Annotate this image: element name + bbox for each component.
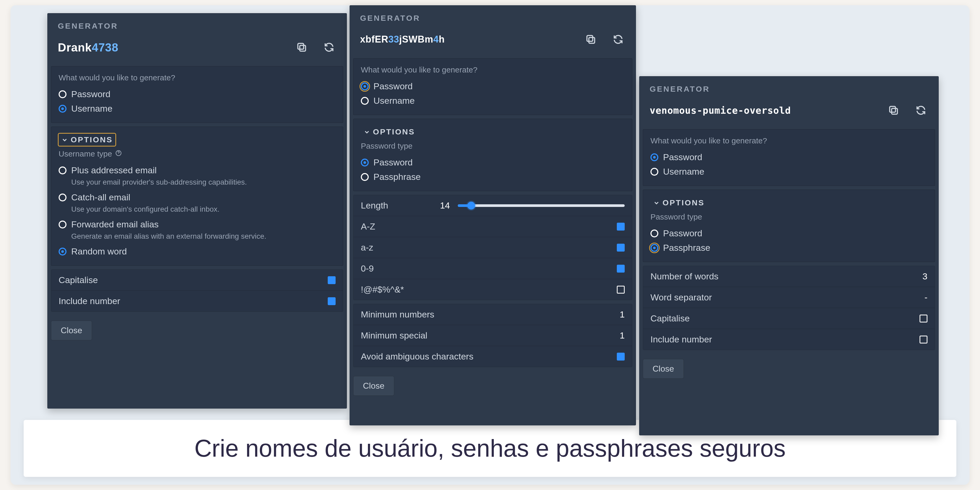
copy-icon[interactable] (886, 103, 901, 117)
row-min-numbers[interactable]: Minimum numbers 1 (353, 304, 632, 325)
radio-indicator (651, 230, 658, 237)
radio-indicator (59, 90, 67, 98)
length-value: 14 (440, 200, 450, 211)
svg-rect-5 (892, 108, 897, 114)
radio-plus-email[interactable]: Plus addressed email (59, 163, 336, 178)
regenerate-icon[interactable] (322, 40, 336, 55)
svg-rect-0 (300, 46, 305, 51)
help-icon[interactable] (115, 149, 122, 159)
radio-label: Passphrase (374, 172, 421, 182)
radio-label: Passphrase (663, 243, 710, 253)
radio-indicator (651, 244, 658, 252)
regenerate-icon[interactable] (611, 32, 625, 47)
checkbox[interactable] (617, 265, 625, 273)
checkbox[interactable] (920, 315, 928, 322)
generator-header: venomous-pumice-oversold (639, 96, 939, 129)
radio-password[interactable]: Password (361, 79, 625, 94)
radio-passwordtype-password[interactable]: Password (651, 226, 928, 241)
username-settings-rows: Capitalise Include number (51, 270, 343, 312)
radio-label: Username (663, 167, 704, 177)
options-block: OPTIONS Username type Plus addressed ema… (51, 127, 343, 266)
radio-passwordtype-password[interactable]: Password (361, 155, 625, 170)
close-button[interactable]: Close (51, 320, 92, 340)
row-lower[interactable]: a-z (353, 237, 632, 258)
checkbox[interactable] (328, 276, 336, 284)
slider-thumb[interactable] (467, 202, 475, 209)
radio-label: Password (663, 152, 702, 162)
row-num-words[interactable]: Number of words 3 (643, 266, 935, 287)
radio-password[interactable]: Password (651, 150, 928, 164)
radio-username[interactable]: Username (651, 164, 928, 179)
radio-indicator (361, 159, 369, 167)
generator-panel-username: GENERATOR Drank4738 What would you like … (47, 13, 347, 409)
radio-label: Password (71, 89, 110, 99)
copy-icon[interactable] (294, 40, 309, 55)
radio-passwordtype-passphrase[interactable]: Passphrase (361, 170, 625, 184)
chevron-down-icon (363, 128, 370, 135)
options-toggle[interactable]: OPTIONS (651, 197, 707, 209)
options-toggle[interactable]: OPTIONS (361, 126, 418, 138)
checkbox[interactable] (617, 244, 625, 252)
copy-icon[interactable] (584, 32, 598, 47)
length-slider[interactable] (458, 204, 625, 207)
row-capitalise[interactable]: Capitalise (51, 270, 343, 290)
option-desc: Generate an email alias with an external… (71, 232, 336, 241)
row-symbols[interactable]: !@#$%^&* (353, 279, 632, 300)
generate-type-block: What would you like to generate? Passwor… (51, 66, 343, 123)
radio-random-word[interactable]: Random word (59, 244, 336, 258)
radio-username[interactable]: Username (361, 94, 625, 108)
password-char-rows: Length 14 A-Z a-z 0-9 (353, 195, 632, 300)
regenerate-icon[interactable] (913, 103, 928, 117)
svg-rect-6 (889, 106, 896, 112)
generator-title: GENERATOR (639, 76, 939, 96)
radio-indicator (59, 220, 67, 228)
radio-password[interactable]: Password (59, 87, 336, 101)
chevron-down-icon (61, 136, 68, 143)
close-button[interactable]: Close (643, 359, 684, 379)
row-include-number[interactable]: Include number (51, 290, 343, 311)
checkbox[interactable] (920, 336, 928, 344)
radio-label: Random word (71, 246, 127, 257)
radio-indicator (59, 247, 67, 255)
options-label: OPTIONS (71, 135, 113, 144)
row-upper[interactable]: A-Z (353, 216, 632, 237)
radio-username[interactable]: Username (59, 101, 336, 116)
row-length[interactable]: Length 14 (353, 195, 632, 216)
radio-indicator (651, 153, 658, 161)
row-word-separator[interactable]: Word separator - (643, 287, 935, 308)
generated-digits: 4738 (92, 41, 118, 54)
generator-panel-password: GENERATOR xbfER33jSWBm4h What would you … (350, 5, 636, 425)
panel-footer: Close (350, 371, 636, 404)
radio-catchall-email[interactable]: Catch-all email (59, 190, 336, 205)
close-button[interactable]: Close (353, 376, 394, 396)
generator-header: Drank4738 (47, 33, 347, 66)
generated-output: venomous-pumice-oversold (650, 105, 791, 116)
radio-forwarded-alias[interactable]: Forwarded email alias (59, 217, 336, 232)
options-toggle[interactable]: OPTIONS (59, 134, 115, 146)
row-capitalise[interactable]: Capitalise (643, 308, 935, 329)
radio-label: Plus addressed email (71, 165, 157, 175)
passphrase-rows: Number of words 3 Word separator - Capit… (643, 266, 935, 350)
row-include-number[interactable]: Include number (643, 329, 935, 350)
svg-rect-3 (589, 38, 595, 43)
row-min-special[interactable]: Minimum special 1 (353, 325, 632, 346)
options-block: OPTIONS Password type Password Passphras… (643, 190, 935, 262)
password-type-label: Password type (361, 141, 625, 151)
row-avoid-ambiguous[interactable]: Avoid ambiguous characters (353, 346, 632, 367)
option-desc: Use your domain's configured catch-all i… (71, 205, 336, 214)
radio-label: Password (374, 157, 413, 168)
checkbox[interactable] (617, 353, 625, 360)
radio-label: Username (374, 95, 415, 106)
generated-output: xbfER33jSWBm4h (360, 34, 445, 45)
radio-indicator (651, 168, 658, 176)
checkbox[interactable] (328, 297, 336, 305)
row-digits[interactable]: 0-9 (353, 258, 632, 279)
generator-header: xbfER33jSWBm4h (350, 25, 636, 58)
checkbox[interactable] (617, 286, 625, 293)
generate-prompt: What would you like to generate? (59, 73, 336, 82)
radio-passwordtype-passphrase[interactable]: Passphrase (651, 241, 928, 255)
radio-indicator (59, 167, 67, 174)
generated-output: Drank4738 (58, 41, 119, 54)
checkbox[interactable] (617, 223, 625, 231)
radio-indicator (59, 105, 67, 113)
